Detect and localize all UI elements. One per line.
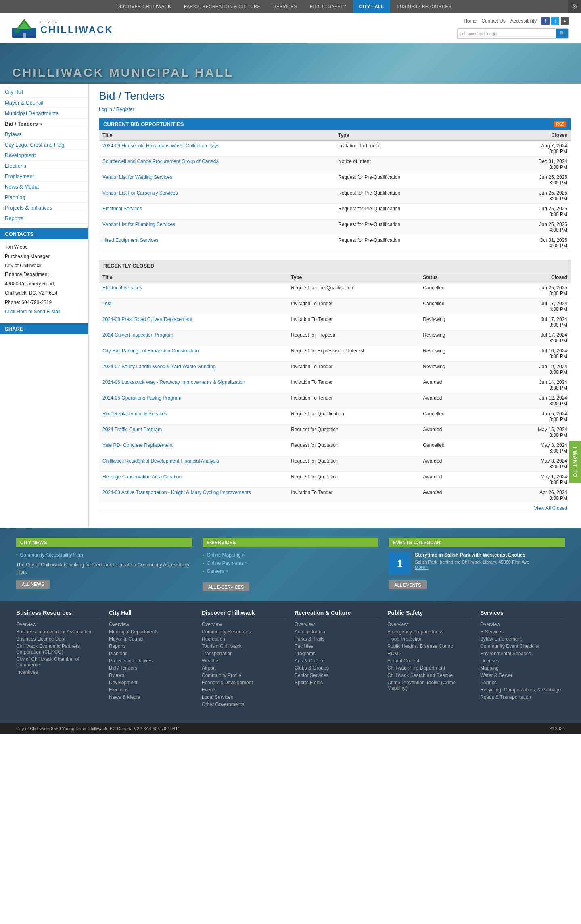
footer-link[interactable]: Facilities [295,643,379,649]
footer-link[interactable]: Recycling, Compostables, & Garbage [480,687,565,693]
footer-link[interactable]: Bid / Tenders [109,665,194,671]
event-more-link[interactable]: More » [415,565,428,570]
footer-link[interactable]: RCMP [387,651,472,656]
footer-link[interactable]: Bylaws [109,673,194,678]
footer-link[interactable]: Mayor & Council [109,636,194,642]
footer-link[interactable]: Economic Development [202,680,286,685]
news-article-title[interactable]: Community Accessibility Plan [20,552,83,558]
twitter-icon[interactable]: t [551,17,559,25]
footer-link[interactable]: Elections [109,687,194,693]
nav-discover[interactable]: DISCOVER CHILLIWACK [110,0,178,13]
sidebar-item-logo[interactable]: City Logo, Crest and Flag [0,140,88,150]
footer-link[interactable]: Water & Sewer [480,673,565,678]
footer-link[interactable]: Development [109,680,194,685]
footer-link[interactable]: Senior Services [295,673,379,678]
footer-link[interactable]: Arts & Culture [295,658,379,664]
bid-title-link[interactable]: Vendor List for Welding Services [102,174,172,180]
i-want-to-button[interactable]: I WANT TO [569,441,581,483]
sidebar-item-municipal[interactable]: Municipal Departments [0,108,88,119]
home-link[interactable]: Home [464,18,477,24]
footer-link[interactable]: News & Media [109,694,194,700]
footer-link[interactable]: Roads & Transportation [480,694,565,700]
all-events-button[interactable]: ALL EVENTS [389,580,426,589]
closed-bid-title-link[interactable]: 2024-07 Bailey Landfill Wood & Yard Wast… [102,364,215,369]
footer-link[interactable]: Planning [109,651,194,656]
e-service-link[interactable]: Online Payments » [207,560,248,566]
footer-link[interactable]: Reports [109,643,194,649]
footer-link[interactable]: Overview [109,622,194,627]
search-button[interactable]: 🔍 [556,29,568,38]
footer-link[interactable]: Chilliwack Fire Department [387,665,472,671]
closed-bid-title-link[interactable]: 2024 Traffic Count Program [102,427,162,432]
bid-title-link[interactable]: Hired Equipment Services [102,237,159,243]
footer-link[interactable]: Bylaw Enforcement [480,636,565,642]
footer-link[interactable]: Permits [480,680,565,685]
footer-link[interactable]: Business Improvement Association [16,629,101,635]
footer-link[interactable]: Chilliwack Search and Rescue [387,673,472,678]
footer-link[interactable]: Administration [295,629,379,635]
nav-parks[interactable]: PARKS, RECREATION & CULTURE [178,0,267,13]
youtube-icon[interactable]: ▶ [561,17,569,25]
sidebar-item-planning[interactable]: Planning [0,192,88,203]
footer-link[interactable]: Transportation [202,651,286,656]
closed-bid-title-link[interactable]: 2024 Culvert Inspection Program [102,332,173,338]
closed-bid-title-link[interactable]: Heritage Conservation Area Creation [102,474,182,480]
footer-link[interactable]: Events [202,687,286,693]
footer-link[interactable]: Business Licence Dept [16,636,101,642]
sidebar-item-reports[interactable]: Reports [0,213,88,224]
footer-link[interactable]: Municipal Departments [109,629,194,635]
footer-link[interactable]: Clubs & Groups [295,665,379,671]
contact-link[interactable]: Contact Us [481,18,505,24]
closed-bid-title-link[interactable]: Electrical Services [102,285,142,291]
footer-link[interactable]: Parks & Trails [295,636,379,642]
footer-link[interactable]: Overview [295,622,379,627]
sidebar-item-mayor[interactable]: Mayor & Council [0,98,88,108]
closed-bid-title-link[interactable]: 2024-03 Active Transportation - Knight &… [102,490,251,495]
footer-link[interactable]: Community Profile [202,673,286,678]
bid-title-link[interactable]: Vendor List for Plumbing Services [102,222,175,227]
search-input[interactable] [499,29,556,38]
footer-link[interactable]: Crime Prevention Toolkit (Crime Mapping) [387,680,472,691]
footer-link[interactable]: Flood Protection [387,636,472,642]
closed-bid-title-link[interactable]: Roof Replacement & Services [102,411,167,417]
login-link[interactable]: Log in / Register [99,107,571,112]
nav-business[interactable]: BUSINESS RESOURCES [390,0,458,13]
sidebar-item-employment[interactable]: Employment [0,171,88,182]
footer-link[interactable]: Weather [202,658,286,664]
footer-link[interactable]: Mapping [480,665,565,671]
footer-link[interactable]: Emergency Preparedness [387,629,472,635]
closed-bid-title-link[interactable]: 2024-06 Luckakuck Way - Roadway Improvem… [102,379,245,385]
sidebar-item-elections[interactable]: Elections [0,161,88,171]
footer-link[interactable]: Overview [480,622,565,627]
bid-title-link[interactable]: Electrical Services [102,206,142,212]
footer-link[interactable]: Other Governments [202,702,286,707]
closed-bid-title-link[interactable]: Chilliwack Residential Development Finan… [102,458,219,464]
footer-link[interactable]: Licenses [480,658,565,664]
nav-city-hall[interactable]: CITY HALL [353,0,391,13]
breadcrumb-link[interactable]: City Hall [5,89,23,95]
footer-link[interactable]: Projects & Initiatives [109,658,194,664]
nav-public-safety[interactable]: PUBLIC SAFETY [303,0,353,13]
footer-link[interactable]: Local Services [202,694,286,700]
closed-bid-title-link[interactable]: Test [102,301,111,306]
footer-link[interactable]: Programs [295,651,379,656]
all-e-services-button[interactable]: ALL E-SERVICES [203,582,250,591]
e-service-link[interactable]: Online Mapping » [207,552,245,558]
footer-link[interactable]: Community Event Checklist [480,643,565,649]
sidebar-item-projects[interactable]: Projects & Initiatives [0,203,88,213]
bid-title-link[interactable]: Vendor List For Carpentry Services [102,190,178,196]
footer-link[interactable]: Sports Fields [295,680,379,685]
footer-link[interactable]: Incentives [16,669,101,675]
sidebar-item-bylaws[interactable]: Bylaws [0,129,88,140]
sidebar-item-news[interactable]: News & Media [0,182,88,192]
bid-title-link[interactable]: Sourcewell and Canoe Procurement Group o… [102,159,219,164]
footer-link[interactable]: Chilliwack Economic Partners Corporation… [16,643,101,655]
view-all-link[interactable]: View All Closed [534,505,568,511]
contact-email-link[interactable]: Click Here to Send E-Mail [5,309,60,314]
footer-link[interactable]: Overview [387,622,472,627]
all-news-button[interactable]: ALL NEWS [16,580,50,589]
footer-link[interactable]: Airport [202,665,286,671]
footer-link[interactable]: Environmental Services [480,651,565,656]
closed-bid-title-link[interactable]: City Hall Parking Lot Expansion Construc… [102,348,199,354]
e-service-link[interactable]: Careers » [207,568,228,574]
